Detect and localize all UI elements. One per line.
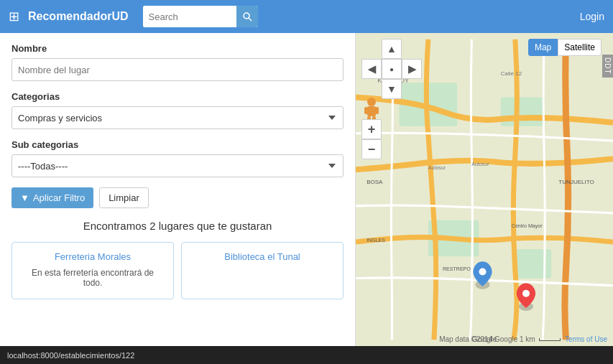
place-card-1[interactable]: Biblioteca el Tunal bbox=[181, 242, 344, 299]
map-attribution: Map data ©2014 Google 1 km Terms of Use bbox=[439, 335, 607, 343]
svg-text:INGLES: INGLES bbox=[367, 238, 385, 243]
grid-icon[interactable]: ⊞ bbox=[9, 9, 19, 24]
map-background[interactable]: KENNEDY Calle 12 TUNJUELITO BOSA Centro … bbox=[356, 33, 613, 346]
svg-rect-4 bbox=[501, 97, 545, 126]
map-nav-left[interactable]: ◀ bbox=[361, 59, 382, 79]
svg-text:BOSA: BOSA bbox=[367, 179, 383, 185]
svg-text:RESTREPO: RESTREPO bbox=[443, 266, 471, 271]
filter-icon: ▼ bbox=[20, 192, 29, 203]
categorias-select[interactable]: Compras y servicios Restaurantes Entrete… bbox=[11, 106, 344, 129]
categorias-group: Categorias Compras y servicios Restauran… bbox=[11, 91, 344, 129]
search-icon bbox=[242, 11, 252, 22]
search-button[interactable] bbox=[236, 6, 258, 27]
svg-point-20 bbox=[367, 98, 376, 106]
left-panel: Nombre Categorias Compras y servicios Re… bbox=[0, 33, 356, 346]
svg-line-1 bbox=[249, 18, 252, 21]
subcategorias-label: Sub categorias bbox=[11, 139, 344, 150]
clear-filter-button[interactable]: Limpiar bbox=[99, 187, 149, 208]
categorias-label: Categorias bbox=[11, 91, 344, 102]
zoom-in-button[interactable]: + bbox=[361, 119, 382, 139]
place-card-0[interactable]: Ferreteria Morales En esta ferretería en… bbox=[11, 242, 174, 299]
subcategorias-group: Sub categorias ----Todas---- Ferreterías… bbox=[11, 139, 344, 177]
search-input[interactable] bbox=[143, 6, 236, 27]
subcategorias-select-wrapper: ----Todas---- Ferreterías Supermercados bbox=[11, 154, 344, 177]
map-nav-center[interactable]: ● bbox=[382, 59, 402, 79]
login-link[interactable]: Login bbox=[580, 11, 604, 22]
subcategorias-select[interactable]: ----Todas---- Ferreterías Supermercados bbox=[11, 154, 344, 177]
scale-bar bbox=[539, 338, 561, 341]
svg-text:Autosur: Autosur bbox=[471, 162, 489, 167]
svg-point-0 bbox=[244, 13, 249, 19]
svg-rect-21 bbox=[367, 106, 376, 116]
svg-rect-25 bbox=[375, 107, 379, 114]
place-desc-0: En esta ferretería encontrará de todo. bbox=[21, 268, 165, 288]
results-title: Encontramos 2 lugares que te gustaran bbox=[11, 220, 344, 232]
ddt-label: DDT bbox=[602, 55, 613, 78]
brand-name: RecomendadorUD bbox=[28, 10, 129, 23]
statusbar-url: localhost:8000/establecimientos/122 bbox=[7, 351, 606, 360]
nombre-input[interactable] bbox=[11, 58, 344, 81]
svg-text:Centro Mayor: Centro Mayor bbox=[512, 223, 543, 229]
nombre-label: Nombre bbox=[11, 43, 344, 54]
categorias-select-wrapper: Compras y servicios Restaurantes Entrete… bbox=[11, 106, 344, 129]
svg-point-17 bbox=[479, 268, 486, 275]
place-name-0: Ferreteria Morales bbox=[21, 251, 165, 262]
map-nav-right[interactable]: ▶ bbox=[402, 59, 422, 79]
navbar: ⊞ RecomendadorUD Login bbox=[0, 0, 613, 33]
svg-text:Calle 12: Calle 12 bbox=[501, 70, 522, 77]
filter-row: ▼ Aplicar Filtro Limpiar bbox=[11, 187, 344, 208]
map-type-satellite-button[interactable]: Satellite bbox=[558, 39, 602, 56]
map-nav-down[interactable]: ▼ bbox=[382, 79, 402, 99]
svg-rect-24 bbox=[364, 107, 368, 114]
places-grid: Ferreteria Morales En esta ferretería en… bbox=[11, 242, 344, 299]
nombre-group: Nombre bbox=[11, 43, 344, 81]
main-container: Nombre Categorias Compras y servicios Re… bbox=[0, 33, 613, 346]
zoom-controls: + − bbox=[361, 119, 382, 159]
search-wrapper bbox=[143, 6, 258, 27]
map-nav-up[interactable]: ▲ bbox=[382, 39, 402, 59]
statusbar: localhost:8000/establecimientos/122 bbox=[0, 346, 613, 364]
map-nav-controls: ▲ ◀ ● ▶ ▼ bbox=[361, 39, 422, 99]
svg-text:Autosur: Autosur bbox=[428, 165, 446, 170]
place-name-1: Biblioteca el Tunal bbox=[190, 251, 334, 262]
apply-filter-button[interactable]: ▼ Aplicar Filtro bbox=[11, 187, 93, 208]
svg-text:TUNJUELITO: TUNJUELITO bbox=[558, 179, 594, 185]
svg-point-19 bbox=[522, 290, 530, 297]
map-panel: KENNEDY Calle 12 TUNJUELITO BOSA Centro … bbox=[356, 33, 613, 346]
map-nav-lr: ◀ ● ▶ bbox=[361, 59, 422, 79]
map-type-controls: Map Satellite bbox=[528, 39, 602, 56]
zoom-out-button[interactable]: − bbox=[361, 139, 382, 159]
svg-rect-6 bbox=[515, 249, 551, 278]
map-type-map-button[interactable]: Map bbox=[528, 39, 558, 56]
